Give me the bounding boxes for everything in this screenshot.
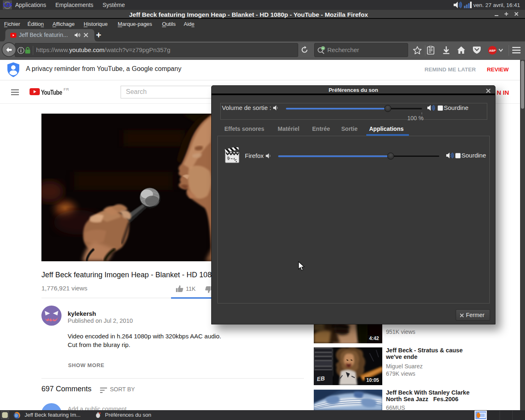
svg-text:ABP: ABP	[489, 49, 496, 52]
svg-text:LZK: LZK	[3, 2, 12, 8]
svg-text:EB: EB	[317, 375, 325, 382]
